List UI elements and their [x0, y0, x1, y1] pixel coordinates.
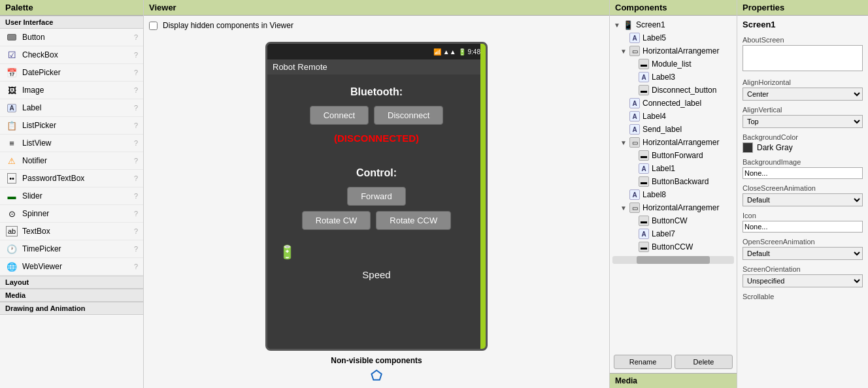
background-color-swatch[interactable]: [743, 142, 753, 153]
rotate-cw-button[interactable]: Rotate CW: [302, 211, 371, 230]
comp-item-btn-backward[interactable]: ▷ ▬ ButtonBackward: [610, 175, 737, 188]
palette-item-notifier[interactable]: ⚠ Notifier ?: [0, 152, 143, 170]
comp-item-connected-label[interactable]: ▷ A Connected_label: [610, 97, 737, 110]
palette-help-spinner[interactable]: ?: [134, 210, 138, 218]
viewer-panel: Viewer Display hidden components in View…: [144, 0, 610, 388]
palette-item-listview[interactable]: ≡ ListView ?: [0, 135, 143, 152]
palette-label-button: Button: [22, 33, 134, 42]
speed-icon: 🔋: [279, 244, 295, 260]
palette-help-timepicker[interactable]: ?: [134, 245, 138, 253]
palette-help-passwordtextbox[interactable]: ?: [134, 174, 138, 182]
checkbox-icon: ☑: [5, 48, 18, 61]
rename-button[interactable]: Rename: [614, 355, 672, 369]
ha1-icon: ▭: [629, 46, 640, 56]
toggle-ha2[interactable]: ▼: [619, 138, 628, 147]
disconnect-button[interactable]: Disconnect: [374, 106, 443, 125]
palette-item-image[interactable]: 🖼 Image ?: [0, 82, 143, 99]
signal-icon: ▲▲: [443, 48, 456, 56]
comp-item-ha2[interactable]: ▼ ▭ HorizontalArrangemer: [610, 136, 737, 149]
toggle-ha3[interactable]: ▼: [619, 203, 628, 212]
prop-row-background-color: BackgroundColor Dark Gray: [743, 133, 863, 153]
comp-item-label7[interactable]: ▷ A Label7: [610, 227, 737, 240]
palette-help-image[interactable]: ?: [134, 86, 138, 94]
prop-input-about[interactable]: [743, 45, 863, 71]
palette-help-listview[interactable]: ?: [134, 139, 138, 147]
comp-item-screen1[interactable]: ▼ 📱 Screen1: [610, 18, 737, 31]
hidden-components-label: Display hidden components in Viewer: [163, 21, 293, 30]
palette-label-textbox: TextBox: [22, 227, 134, 236]
rotate-ccw-button[interactable]: Rotate CCW: [376, 211, 451, 230]
phone-container: 📶 ▲▲ 🔋 9:48 Robot Remote Bluetooth: Conn…: [144, 35, 609, 388]
toggle-ha1[interactable]: ▼: [619, 46, 628, 56]
comp-item-ha3[interactable]: ▼ ▭ HorizontalArrangemer: [610, 201, 737, 214]
comp-item-btn-cw[interactable]: ▷ ▬ ButtonCW: [610, 214, 737, 227]
palette-item-textbox[interactable]: ab TextBox ?: [0, 223, 143, 240]
media-section-header: Media: [610, 373, 737, 388]
palette-help-label[interactable]: ?: [134, 104, 138, 112]
prop-select-screen-orientation[interactable]: Unspecified: [743, 274, 863, 287]
comp-label-ha2: HorizontalArrangemer: [643, 138, 719, 147]
prop-label-screen-orientation: ScreenOrientation: [743, 265, 863, 273]
disconnect-btn-icon: ▬: [639, 85, 649, 95]
hidden-components-checkbox[interactable]: [149, 22, 158, 30]
section-header-media: Media: [0, 289, 143, 302]
comp-item-disconnect-btn[interactable]: ▷ ▬ Disconnect_button: [610, 84, 737, 97]
palette-item-timepicker[interactable]: 🕐 TimePicker ?: [0, 240, 143, 258]
prop-select-close-screen-animation[interactable]: Default: [743, 193, 863, 206]
palette-help-textbox[interactable]: ?: [134, 227, 138, 235]
palette-help-slider[interactable]: ?: [134, 192, 138, 200]
comp-item-label4[interactable]: ▷ A Label4: [610, 110, 737, 123]
prop-row-screen-orientation: ScreenOrientation Unspecified: [743, 265, 863, 287]
palette-label-notifier: Notifier: [22, 156, 134, 165]
forward-button[interactable]: Forward: [347, 187, 406, 206]
forward-row: Forward: [274, 187, 479, 206]
comp-label-label1: Label1: [652, 164, 675, 173]
comp-label-btn-backward: ButtonBackward: [652, 177, 709, 186]
comp-item-module-list[interactable]: ▷ ▬ Module_list: [610, 57, 737, 71]
label1-icon: A: [639, 163, 649, 174]
toggle-screen1[interactable]: ▼: [612, 20, 622, 29]
palette-item-button[interactable]: Button ?: [0, 29, 143, 46]
comp-label-ha3: HorizontalArrangemer: [643, 203, 719, 212]
comp-item-btn-ccw[interactable]: ▷ ▬ ButtonCCW: [610, 240, 737, 253]
prop-input-icon[interactable]: [743, 221, 863, 233]
prop-select-align-horizontal[interactable]: Center: [743, 88, 863, 101]
palette-item-slider[interactable]: ▬ Slider ?: [0, 187, 143, 205]
comp-item-label3[interactable]: ▷ A Label3: [610, 71, 737, 84]
comp-item-label1[interactable]: ▷ A Label1: [610, 162, 737, 175]
comp-label-ha1: HorizontalArrangemer: [643, 46, 719, 56]
disconnected-text: (DISCONNECTED): [274, 133, 479, 144]
palette-item-label[interactable]: A Label ?: [0, 99, 143, 117]
comp-item-send-label[interactable]: ▷ A Send_label: [610, 123, 737, 136]
palette-item-webviewer[interactable]: 🌐 WebViewer ?: [0, 258, 143, 276]
prop-select-open-screen-animation[interactable]: Default: [743, 247, 863, 260]
palette-help-datepicker[interactable]: ?: [134, 69, 138, 76]
btn-forward-icon: ▬: [639, 150, 649, 161]
comp-item-ha1[interactable]: ▼ ▭ HorizontalArrangemer: [610, 44, 737, 57]
datepicker-icon: 📅: [5, 66, 18, 79]
comp-label-btn-forward: ButtonForward: [652, 151, 703, 160]
components-title: Components: [610, 0, 737, 16]
prop-input-background-image[interactable]: [743, 167, 863, 179]
component-tree-scrollbar[interactable]: [612, 256, 734, 264]
palette-item-listpicker[interactable]: 📋 ListPicker ?: [0, 117, 143, 135]
palette-item-spinner[interactable]: ⊙ Spinner ?: [0, 205, 143, 223]
comp-label-btn-ccw: ButtonCCW: [652, 242, 693, 251]
comp-item-label8[interactable]: ▷ A Label8: [610, 188, 737, 201]
palette-help-listpicker[interactable]: ?: [134, 121, 138, 129]
palette-item-checkbox[interactable]: ☑ CheckBox ?: [0, 46, 143, 64]
prop-select-align-vertical[interactable]: Top: [743, 115, 863, 128]
component-actions-row: Rename Delete: [610, 351, 737, 373]
palette-help-notifier[interactable]: ?: [134, 157, 138, 165]
palette-help-webviewer[interactable]: ?: [134, 263, 138, 270]
comp-item-label5[interactable]: ▷ A Label5: [610, 31, 737, 44]
scrollbar-thumb: [637, 256, 710, 264]
comp-item-btn-forward[interactable]: ▷ ▬ ButtonForward: [610, 149, 737, 162]
palette-item-passwordtextbox[interactable]: •• PasswordTextBox ?: [0, 170, 143, 187]
delete-button[interactable]: Delete: [675, 355, 733, 369]
connect-button[interactable]: Connect: [310, 106, 369, 125]
connected-label-icon: A: [629, 98, 640, 108]
palette-help-button[interactable]: ?: [134, 33, 138, 41]
palette-item-datepicker[interactable]: 📅 DatePicker ?: [0, 64, 143, 82]
palette-help-checkbox[interactable]: ?: [134, 51, 138, 59]
